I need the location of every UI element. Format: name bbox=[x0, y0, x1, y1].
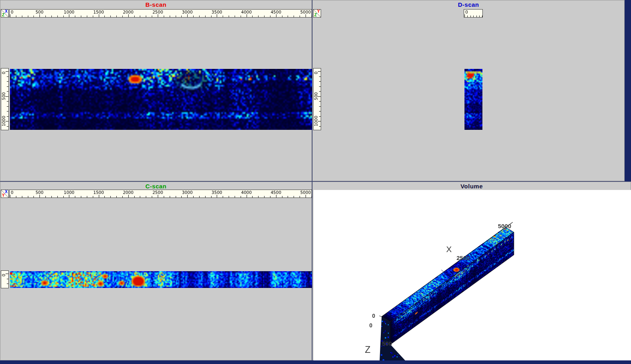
volume-axis-tick-0-z: 0 bbox=[369, 323, 372, 328]
bscan-panel: B-scan X Z bbox=[0, 0, 312, 181]
volume-panel: Volume 5000 X 2500 0 0 500 Z bbox=[312, 182, 631, 360]
volume-axis-tick-2500: 2500 bbox=[457, 255, 470, 261]
dscan-panel: D-scan Y Z bbox=[312, 0, 625, 181]
cscan-axis-corner: X Y bbox=[1, 190, 9, 198]
volume-title: Volume bbox=[313, 183, 631, 190]
volume-axis-tick-0-x: 0 bbox=[372, 313, 375, 319]
cscan-title: C-scan bbox=[0, 183, 312, 190]
bscan-horizontal-ruler bbox=[9, 9, 312, 18]
dscan-image-canvas[interactable] bbox=[464, 69, 482, 130]
volume-axis-tick-500: 500 bbox=[382, 341, 392, 346]
dscan-title: D-scan bbox=[313, 1, 624, 8]
ndt-scan-viewer-window: B-scan X Z D-scan Y Z C-scan bbox=[0, 0, 631, 364]
volume-axis-z-label: Z bbox=[365, 345, 370, 354]
cscan-vertical-ruler bbox=[1, 270, 9, 288]
cscan-horizontal-ruler bbox=[9, 190, 312, 198]
bscan-axis-x-label: X bbox=[5, 10, 8, 14]
bscan-image-canvas[interactable] bbox=[10, 69, 312, 130]
dscan-axis-z-label: Z bbox=[314, 13, 317, 17]
dscan-axis-corner: Y Z bbox=[313, 9, 321, 18]
cscan-axis-y-label: Y bbox=[2, 194, 5, 198]
bscan-axis-z-label: Z bbox=[2, 13, 4, 17]
cscan-image-canvas[interactable] bbox=[10, 271, 312, 288]
bscan-axis-corner: X Z bbox=[1, 9, 9, 18]
volume-3d-canvas[interactable] bbox=[314, 190, 631, 360]
volume-viewport: 5000 X 2500 0 0 500 Z bbox=[314, 190, 631, 360]
volume-axis-tick-5000: 5000 bbox=[498, 223, 511, 229]
dscan-horizontal-ruler bbox=[464, 9, 483, 18]
cscan-axis-x-label: X bbox=[5, 190, 8, 194]
dscan-vertical-ruler bbox=[313, 68, 321, 130]
dscan-axis-y-label: Y bbox=[317, 10, 320, 14]
bscan-vertical-ruler bbox=[1, 68, 9, 130]
bscan-title: B-scan bbox=[0, 1, 312, 8]
cscan-panel: C-scan X Y bbox=[0, 182, 312, 360]
volume-axis-x-label: X bbox=[446, 245, 452, 253]
